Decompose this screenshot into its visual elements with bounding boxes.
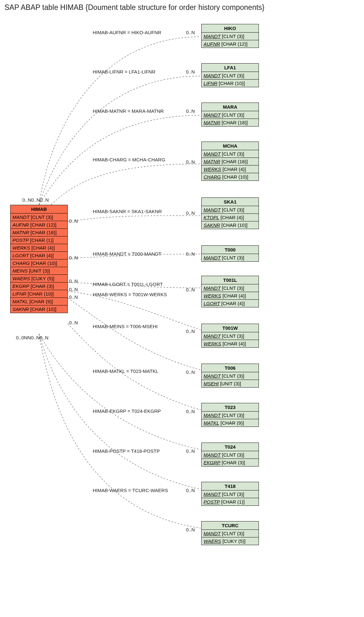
cardinality-left: 0..N — [69, 278, 78, 284]
cardinality-left: 0..N — [69, 320, 78, 325]
cardinality-right: 0..N — [186, 409, 195, 414]
table-t023: T023MANDT [CLNT (3)]MATKL [CHAR (9)] — [201, 403, 259, 427]
table-field: LGORT [CHAR (4)] — [202, 300, 259, 307]
table-field: MANDT [CLNT (3)] — [202, 284, 259, 292]
cardinality-right: 0..N — [186, 30, 195, 35]
table-mcha: MCHAMANDT [CLNT (3)]MATNR [CHAR (18)]WER… — [201, 142, 259, 181]
page-title: SAP ABAP table HIMAB {Doument table stru… — [4, 3, 364, 12]
cardinality-right: 0..N — [186, 108, 195, 114]
table-field: CHARG [CHAR (10)] — [11, 259, 67, 267]
table-header: HIMAB — [11, 205, 67, 213]
diagram-canvas: HIMABMANDT [CLNT (3)]AUFNR [CHAR (12)]MA… — [3, 14, 361, 614]
cardinality-left-top: 0..N0..N0..N — [22, 197, 49, 203]
table-field: LIFNR [CHAR (10)] — [202, 80, 259, 87]
relation-label: HIMAB-CHARG = MCHA-CHARG — [93, 157, 165, 162]
table-himab: HIMABMANDT [CLNT (3)]AUFNR [CHAR (12)]MA… — [10, 205, 68, 313]
table-field: MEINS [UNIT (3)] — [11, 267, 67, 275]
table-header: SKA1 — [202, 198, 259, 206]
table-header: HIKO — [202, 24, 259, 33]
cardinality-right: 0..N — [186, 328, 195, 334]
table-field: WAERS [CUKY (5)] — [202, 537, 259, 545]
table-lfa1: LFA1MANDT [CLNT (3)]LIFNR [CHAR (10)] — [201, 63, 259, 87]
table-header: T001L — [202, 276, 259, 284]
table-field: MATNR [CHAR (18)] — [202, 119, 259, 126]
edges-layer — [3, 14, 361, 614]
table-field: MANDT [CLNT (3)] — [202, 332, 259, 340]
table-field: MATNR [CHAR (18)] — [202, 158, 259, 166]
table-field: LGORT [CHAR (4)] — [11, 252, 67, 259]
table-header: TCURC — [202, 521, 259, 530]
table-field: MANDT [CLNT (3)] — [202, 150, 259, 158]
table-mara: MARAMANDT [CLNT (3)]MATNR [CHAR (18)] — [201, 103, 259, 127]
table-field: MANDT [CLNT (3)] — [202, 254, 259, 261]
table-t006: T006MANDT [CLNT (3)]MSEHI [UNIT (3)] — [201, 364, 259, 388]
table-field: MANDT [CLNT (3)] — [202, 490, 259, 498]
table-t418: T418MANDT [CLNT (3)]POSTP [CHAR (1)] — [201, 482, 259, 506]
cardinality-left: 0..N — [69, 294, 78, 300]
table-header: T023 — [202, 403, 259, 412]
relation-label: HIMAB-WAERS = TCURC-WAERS — [93, 488, 168, 493]
table-field: MANDT [CLNT (3)] — [202, 530, 259, 537]
table-field: WAERS [CUKY (5)] — [11, 275, 67, 282]
table-ska1: SKA1MANDT [CLNT (3)]KTOPL [CHAR (4)]SAKN… — [201, 197, 259, 229]
relation-label: HIMAB-MANDT = T000-MANDT — [93, 251, 161, 257]
cardinality-right: 0..N — [186, 488, 195, 493]
table-field: MANDT [CLNT (3)] — [202, 372, 259, 380]
table-header: T001W — [202, 324, 259, 332]
table-field: MATKL [CHAR (9)] — [11, 298, 67, 305]
relation-label: HIMAB-LGORT = T001L-LGORT — [93, 282, 163, 287]
table-field: MANDT [CLNT (3)] — [202, 111, 259, 119]
table-field: LIFNR [CHAR (10)] — [11, 290, 67, 298]
table-field: AUFNR [CHAR (12)] — [202, 40, 259, 48]
table-field: MANDT [CLNT (3)] — [202, 451, 259, 459]
cardinality-left-bot: 0..0NN0..N0..N — [16, 335, 49, 340]
table-field: EKGRP [CHAR (3)] — [202, 459, 259, 466]
relation-label: HIMAB-POSTP = T418-POSTP — [93, 448, 160, 454]
table-field: WERKS [CHAR (4)] — [202, 340, 259, 347]
table-field: KTOPL [CHAR (4)] — [202, 214, 259, 221]
table-field: POSTP [CHAR (1)] — [11, 236, 67, 244]
table-hiko: HIKOMANDT [CLNT (3)]AUFNR [CHAR (12)] — [201, 24, 259, 48]
relation-label: HIMAB-SAKNR = SKA1-SAKNR — [93, 209, 162, 214]
table-field: WERKS [CHAR (4)] — [202, 166, 259, 173]
table-field: CHARG [CHAR (10)] — [202, 173, 259, 181]
table-field: MSEHI [UNIT (3)] — [202, 380, 259, 387]
table-field: MANDT [CLNT (3)] — [202, 206, 259, 214]
table-header: T024 — [202, 443, 259, 451]
table-field: SAKNR [CHAR (10)] — [11, 305, 67, 313]
cardinality-right: 0..N — [186, 287, 195, 292]
table-header: T006 — [202, 364, 259, 372]
table-tcurc: TCURCMANDT [CLNT (3)]WAERS [CUKY (5)] — [201, 521, 259, 545]
relation-label: HIMAB-AUFNR = HIKO-AUFNR — [93, 30, 161, 35]
table-field: MATKL [CHAR (9)] — [202, 419, 259, 427]
table-t000: T000MANDT [CLNT (3)] — [201, 245, 259, 262]
table-header: MARA — [202, 103, 259, 111]
relation-label: HIMAB-MATKL = T023-MATKL — [93, 368, 159, 374]
relation-label: HIMAB-WERKS = T001W-WERKS — [93, 292, 167, 297]
table-field: MANDT [CLNT (3)] — [202, 412, 259, 419]
table-field: MANDT [CLNT (3)] — [11, 213, 67, 221]
table-field: AUFNR [CHAR (12)] — [11, 221, 67, 229]
cardinality-right: 0..N — [186, 527, 195, 532]
table-t024: T024MANDT [CLNT (3)]EKGRP [CHAR (3)] — [201, 443, 259, 467]
table-t001l: T001LMANDT [CLNT (3)]WERKS [CHAR (4)]LGO… — [201, 276, 259, 307]
relation-label: HIMAB-MEINS = T006-MSEHI — [93, 324, 158, 329]
table-field: MANDT [CLNT (3)] — [202, 72, 259, 80]
table-field: SAKNR [CHAR (10)] — [202, 221, 259, 229]
table-field: EKGRP [CHAR (3)] — [11, 282, 67, 290]
relation-label: HIMAB-MATNR = MARA-MATNR — [93, 108, 164, 114]
cardinality-left: 0..N — [69, 255, 78, 260]
table-header: T418 — [202, 482, 259, 490]
relation-label: HIMAB-EKGRP = T024-EKGRP — [93, 408, 161, 414]
table-header: MCHA — [202, 142, 259, 150]
cardinality-right: 0..N — [186, 69, 195, 74]
table-field: POSTP [CHAR (1)] — [202, 498, 259, 505]
table-t001w: T001WMANDT [CLNT (3)]WERKS [CHAR (4)] — [201, 324, 259, 348]
relation-label: HIMAB-LIFNR = LFA1-LIFNR — [93, 69, 155, 74]
table-field: WERKS [CHAR (4)] — [202, 292, 259, 300]
table-header: T000 — [202, 246, 259, 254]
table-field: MANDT [CLNT (3)] — [202, 33, 259, 40]
table-field: MATNR [CHAR (18)] — [11, 229, 67, 236]
cardinality-right: 0..N — [186, 369, 195, 375]
cardinality-left: 0..N — [69, 287, 78, 292]
